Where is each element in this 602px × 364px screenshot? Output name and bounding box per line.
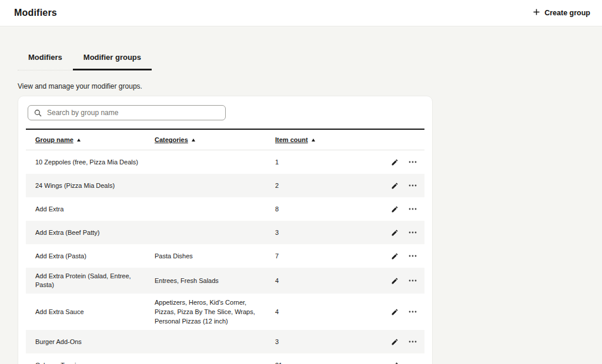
- row-actions: [348, 181, 417, 190]
- pencil-icon: [391, 229, 399, 237]
- group-name-cell: Add Extra Sauce: [35, 308, 155, 316]
- triangle-up-icon: [77, 139, 81, 141]
- pencil-icon: [391, 338, 399, 346]
- table-row: Add Extra (Pasta) Pasta Dishes 7: [26, 244, 424, 268]
- row-actions: [348, 307, 417, 316]
- edit-button[interactable]: [390, 181, 399, 190]
- more-options-button[interactable]: [408, 337, 417, 346]
- group-name-cell: Add Extra (Beef Patty): [35, 228, 155, 237]
- item-count-cell: 3: [275, 228, 348, 237]
- triangle-up-icon: [312, 139, 315, 141]
- more-options-button[interactable]: [408, 360, 417, 364]
- group-name-cell: Burger Add-Ons: [35, 338, 155, 346]
- table-row: Add Extra Sauce Appetizers, Heros, Kid's…: [26, 294, 424, 330]
- pencil-icon: [391, 308, 399, 316]
- row-actions: [348, 337, 417, 346]
- ellipsis-icon: [409, 341, 417, 343]
- tab-modifier-groups[interactable]: Modifier groups: [73, 45, 152, 70]
- topbar: Modifiers Create group: [0, 0, 602, 26]
- item-count-cell: 1: [275, 158, 348, 167]
- edit-button[interactable]: [390, 157, 399, 167]
- row-actions: [348, 228, 417, 237]
- edit-button[interactable]: [390, 337, 399, 346]
- edit-button[interactable]: [390, 276, 399, 285]
- pencil-icon: [391, 205, 399, 213]
- table-row: 24 Wings (Pizza Mia Deals) 2: [26, 174, 424, 197]
- more-options-button[interactable]: [408, 204, 417, 214]
- group-name-cell: Calzone Toppings: [35, 361, 155, 364]
- column-header-group-name[interactable]: Group name: [35, 136, 155, 143]
- ellipsis-icon: [409, 184, 417, 187]
- search-box: [28, 105, 226, 120]
- ellipsis-icon: [409, 208, 417, 210]
- item-count-cell: 21: [275, 361, 348, 364]
- group-name-cell: 24 Wings (Pizza Mia Deals): [35, 181, 155, 190]
- edit-button[interactable]: [390, 360, 399, 364]
- pencil-icon: [391, 182, 399, 190]
- item-count-cell: 4: [275, 277, 348, 285]
- item-count-cell: 2: [275, 181, 348, 190]
- table-row: Add Extra (Beef Patty) 3: [26, 221, 424, 244]
- pencil-icon: [391, 277, 399, 285]
- table-row: Burger Add-Ons 3: [26, 330, 424, 353]
- row-actions: [348, 360, 417, 364]
- pencil-icon: [391, 252, 399, 260]
- search-icon: [34, 109, 42, 117]
- group-name-cell: Add Extra (Pasta): [35, 252, 155, 261]
- more-options-button[interactable]: [408, 251, 417, 261]
- item-count-cell: 3: [275, 338, 348, 346]
- table-row: Calzone Toppings 21: [26, 353, 424, 364]
- ellipsis-icon: [409, 311, 417, 313]
- edit-button[interactable]: [390, 228, 399, 237]
- modifier-groups-card: Group name Categories Item count 10 Zepp…: [18, 96, 433, 364]
- table-header-row: Group name Categories Item count: [26, 130, 424, 150]
- more-options-button[interactable]: [408, 307, 417, 316]
- ellipsis-icon: [409, 161, 417, 163]
- edit-button[interactable]: [390, 307, 399, 316]
- tab-modifiers[interactable]: Modifiers: [18, 45, 73, 70]
- plus-icon: [533, 9, 540, 17]
- create-group-label: Create group: [544, 9, 590, 17]
- ellipsis-icon: [409, 231, 417, 234]
- group-name-cell: 10 Zeppoles (free, Pizza Mia Deals): [35, 158, 155, 167]
- modifier-groups-table: Group name Categories Item count 10 Zepp…: [26, 129, 424, 364]
- search-input[interactable]: [47, 109, 219, 117]
- categories-cell: Pasta Dishes: [155, 251, 262, 261]
- categories-cell: Appetizers, Heros, Kid's Corner, Pizzas,…: [155, 298, 262, 326]
- more-options-button[interactable]: [408, 228, 417, 237]
- group-name-cell: Add Extra Protein (Salad, Entree, Pasta): [35, 272, 155, 289]
- column-header-item-count[interactable]: Item count: [275, 136, 348, 143]
- triangle-up-icon: [192, 139, 195, 141]
- pencil-icon: [391, 362, 399, 364]
- ellipsis-icon: [409, 255, 417, 257]
- table-row: 10 Zeppoles (free, Pizza Mia Deals) 1: [26, 150, 424, 174]
- create-group-button[interactable]: Create group: [533, 9, 590, 17]
- row-actions: [348, 204, 417, 214]
- pencil-icon: [391, 159, 399, 166]
- page-title: Modifiers: [14, 8, 57, 18]
- table-row: Add Extra Protein (Salad, Entree, Pasta)…: [26, 268, 424, 294]
- table-row: Add Extra 8: [26, 197, 424, 221]
- edit-button[interactable]: [390, 204, 399, 214]
- column-header-categories[interactable]: Categories: [155, 136, 275, 143]
- categories-cell: Entrees, Fresh Salads: [155, 276, 262, 285]
- row-actions: [348, 251, 417, 261]
- edit-button[interactable]: [390, 251, 399, 261]
- tab-bar: Modifiers Modifier groups: [0, 45, 602, 70]
- item-count-cell: 8: [275, 205, 348, 214]
- item-count-cell: 4: [275, 308, 348, 316]
- ellipsis-icon: [409, 279, 417, 282]
- more-options-button[interactable]: [408, 181, 417, 190]
- page-description: View and manage your modifier groups.: [18, 82, 602, 91]
- item-count-cell: 7: [275, 252, 348, 261]
- more-options-button[interactable]: [408, 157, 417, 167]
- more-options-button[interactable]: [408, 276, 417, 285]
- table-body: 10 Zeppoles (free, Pizza Mia Deals) 1 24…: [26, 150, 424, 364]
- group-name-cell: Add Extra: [35, 205, 155, 214]
- row-actions: [348, 276, 417, 285]
- row-actions: [348, 157, 417, 167]
